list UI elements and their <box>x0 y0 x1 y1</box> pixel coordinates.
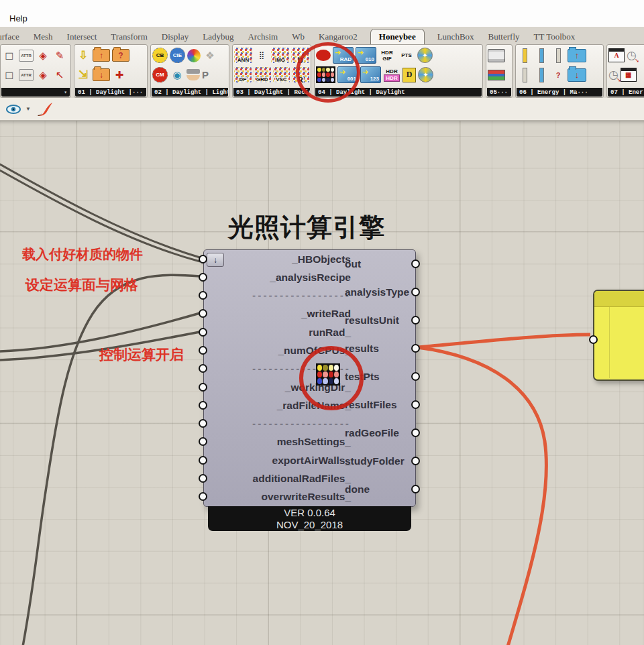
attr-box-icon[interactable]: ATTR <box>19 50 34 62</box>
surface-box-icon[interactable]: ◻ <box>2 68 17 82</box>
cm-sky-icon[interactable]: CM <box>152 67 168 82</box>
disk-icon[interactable] <box>488 49 505 62</box>
tab-honeybee[interactable]: Honeybee <box>370 29 425 44</box>
binary-010-icon[interactable]: 010 <box>356 47 376 64</box>
vsc-recipe-icon[interactable]: VSC <box>273 67 290 82</box>
blue-bar-icon[interactable] <box>534 48 549 63</box>
wire-results-to-panel[interactable] <box>417 335 590 347</box>
globe-icon[interactable]: ✦ <box>417 48 433 63</box>
energy-folder-down-icon[interactable]: ↓ <box>568 68 586 82</box>
hatch-pen-icon[interactable]: ✎ <box>52 48 67 63</box>
tab-butterfly[interactable]: Butterfly <box>487 30 521 44</box>
group-label[interactable]: 02 | Daylight | Light··· <box>152 88 228 97</box>
diamond-arrows-icon[interactable]: ◈ <box>36 48 50 63</box>
sketch-pen-icon[interactable] <box>35 101 55 117</box>
input-port[interactable] <box>199 291 207 300</box>
input-port[interactable] <box>199 309 207 318</box>
layers-icon[interactable] <box>488 70 505 80</box>
clock-icon[interactable]: ◷ <box>608 68 619 82</box>
tab-mesh[interactable]: Mesh <box>32 30 54 44</box>
diamond-arrows-icon[interactable]: ◈ <box>36 68 50 82</box>
input-port[interactable] <box>199 474 207 483</box>
group-label[interactable]: 01 | Daylight |··· <box>75 88 146 97</box>
folder-import-icon[interactable]: ↓ <box>93 68 110 81</box>
attr-box-icon[interactable]: ATTR <box>19 69 34 81</box>
wire-hbobjects-a[interactable] <box>0 164 200 257</box>
calendar-icon[interactable]: A <box>608 48 625 62</box>
input-port[interactable] <box>199 383 207 392</box>
tab-ladybug[interactable]: Ladybug <box>201 30 235 44</box>
input-port[interactable] <box>199 273 207 282</box>
bars-query-icon[interactable]: ? <box>551 68 566 82</box>
import-bend-icon[interactable]: ⇲ <box>76 68 91 82</box>
blue-bars-icon[interactable] <box>534 68 549 82</box>
output-port[interactable] <box>411 485 420 493</box>
tab-display[interactable]: Display <box>160 30 190 44</box>
cie-sky-icon[interactable]: CIE <box>170 48 185 63</box>
photometry-icon[interactable]: P <box>202 69 209 80</box>
hdr-gif-icon[interactable]: HDRGIF <box>378 48 396 63</box>
numbers-123-icon[interactable]: 123 <box>360 66 381 83</box>
output-port[interactable] <box>411 428 420 437</box>
wire-results-down[interactable] <box>417 347 546 645</box>
clock-icon[interactable]: ◷ <box>627 48 637 62</box>
df-recipe-icon[interactable]: DF <box>234 67 252 82</box>
group-label[interactable]: 07 | Ener··· <box>608 88 644 97</box>
calendar-icon[interactable]: ▦ <box>621 68 637 82</box>
data-panel[interactable] <box>593 290 644 381</box>
import-down-icon[interactable]: ⇩ <box>76 48 91 63</box>
tab-surface[interactable]: Surface <box>0 30 21 44</box>
arrow-hatch-icon[interactable]: ↖ <box>52 68 67 82</box>
output-port[interactable] <box>411 400 420 409</box>
output-port[interactable] <box>411 288 420 296</box>
input-port[interactable] <box>199 492 207 501</box>
gray-bar-icon[interactable] <box>551 48 566 63</box>
surface-box-icon[interactable]: ◻ <box>2 48 17 63</box>
group-label[interactable]: 05··· <box>487 88 511 97</box>
folder-export-icon[interactable]: ↑ <box>93 49 110 62</box>
input-port[interactable] <box>199 328 207 337</box>
img-recipe-icon[interactable]: IMG <box>271 48 289 63</box>
pts-icon[interactable]: PTS <box>398 48 415 63</box>
lamp-icon[interactable] <box>186 69 200 81</box>
output-port[interactable] <box>411 457 420 465</box>
input-port[interactable] <box>199 401 207 410</box>
preview-eye-icon[interactable] <box>5 104 21 115</box>
tab-tt-toolbox[interactable]: TT Toolbox <box>533 30 577 44</box>
canvas[interactable]: 光照计算引擎 载入付好材质的物件 设定运算面与网格 控制运算开启 ↓ _HBOb… <box>0 121 644 645</box>
panel-input-port[interactable] <box>589 335 598 344</box>
add-plus-icon[interactable]: ✚ <box>112 68 127 82</box>
eye-icon[interactable]: ◉ <box>170 68 184 82</box>
tab-wb[interactable]: Wb <box>290 30 306 44</box>
input-port[interactable] <box>199 346 207 355</box>
group-label[interactable] <box>1 88 70 97</box>
input-port[interactable] <box>199 456 207 465</box>
chevron-down-icon[interactable]: ▼ <box>25 106 31 112</box>
menu-help[interactable]: Help <box>9 13 28 23</box>
output-port[interactable] <box>411 344 420 353</box>
energy-folder-up-icon[interactable]: ↑ <box>568 49 586 62</box>
tab-archsim[interactable]: Archsim <box>246 30 279 44</box>
dots-grid-icon[interactable]: ⣿ <box>254 48 269 63</box>
rainbow-bulb-icon[interactable] <box>187 49 201 62</box>
output-port[interactable] <box>411 316 420 325</box>
globe-icon[interactable]: ✦ <box>418 67 433 82</box>
output-port[interactable] <box>411 372 420 381</box>
output-port[interactable] <box>411 259 420 268</box>
input-port[interactable] <box>199 419 207 428</box>
panel-header[interactable] <box>594 291 644 307</box>
group-label[interactable]: 06 | Energy | Ma··· <box>517 88 602 97</box>
input-port[interactable] <box>199 364 207 373</box>
cb-sky-icon[interactable]: CB <box>152 48 168 63</box>
grd-recipe-icon[interactable]: GRD <box>254 67 271 82</box>
door-icon[interactable]: D <box>402 68 416 82</box>
expand-button[interactable]: ↓ <box>207 253 224 267</box>
tab-intersect[interactable]: Intersect <box>66 30 99 44</box>
ann-recipe-icon[interactable]: ANN <box>234 48 252 63</box>
yellow-bars-icon[interactable] <box>517 48 532 63</box>
folder-query-icon[interactable]: ? <box>112 49 129 62</box>
tab-lunchbox[interactable]: LunchBox <box>436 30 476 44</box>
hdr-icon[interactable]: HDRHDR <box>383 67 400 82</box>
diamond-array-icon[interactable]: ❖ <box>203 48 217 63</box>
wire-analysisrecipe[interactable] <box>23 275 200 645</box>
